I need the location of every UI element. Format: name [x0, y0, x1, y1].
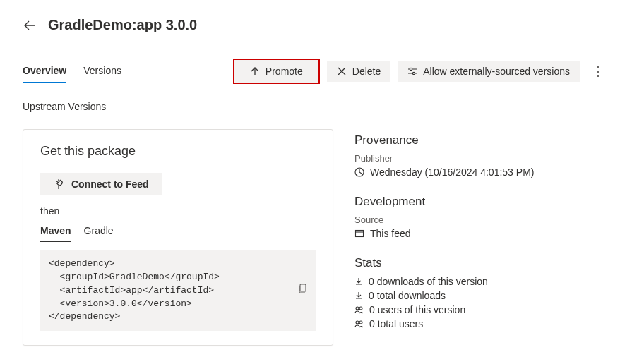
connect-label: Connect to Feed — [71, 178, 149, 190]
arrow-left-icon — [24, 20, 35, 31]
get-package-card: Get this package Connect to Feed then Ma… — [23, 129, 333, 346]
download-icon — [354, 277, 363, 286]
close-icon — [337, 66, 347, 76]
source-value: This feed — [354, 228, 609, 239]
toolbar: Overview Versions Promote Delete — [23, 59, 609, 84]
code-content: <dependency> <groupId>GradleDemo</groupI… — [49, 258, 220, 322]
source-label: Source — [354, 214, 609, 225]
allow-external-label: Allow externally-sourced versions — [423, 66, 570, 77]
svg-rect-4 — [356, 231, 364, 237]
upstream-versions-heading: Upstream Versions — [23, 101, 609, 112]
package-format-tabs: Maven Gradle — [40, 225, 316, 242]
stats-item-downloads-total: 0 total downloads — [354, 290, 609, 301]
more-button[interactable]: ⋮ — [587, 60, 609, 83]
svg-point-5 — [356, 307, 359, 310]
source-text: This feed — [370, 228, 411, 239]
more-icon: ⋮ — [592, 63, 604, 79]
feed-icon — [354, 229, 364, 238]
users-icon — [354, 305, 364, 314]
page-title: GradleDemo:app 3.0.0 — [48, 17, 197, 33]
stats-title: Stats — [354, 256, 609, 270]
tab-gradle[interactable]: Gradle — [84, 225, 114, 242]
get-package-title: Get this package — [40, 144, 316, 159]
back-button[interactable] — [23, 18, 37, 32]
action-bar: Promote Delete Allow externally-sourced … — [233, 59, 609, 84]
svg-point-0 — [410, 68, 412, 70]
stats-text: 0 users of this version — [369, 304, 465, 315]
tab-overview[interactable]: Overview — [23, 59, 66, 83]
development-title: Development — [354, 195, 609, 209]
stats-text: 0 total downloads — [369, 290, 446, 301]
dependency-code: <dependency> <groupId>GradleDemo</groupI… — [40, 250, 316, 331]
svg-point-1 — [413, 72, 415, 74]
copy-button[interactable] — [297, 256, 310, 269]
side-panel: Provenance Publisher Wednesday (10/16/20… — [354, 129, 609, 346]
page-header: GradleDemo:app 3.0.0 — [23, 17, 609, 33]
stats-item-downloads-version: 0 downloads of this version — [354, 276, 609, 287]
svg-point-7 — [356, 321, 359, 324]
stats-text: 0 total users — [369, 318, 423, 329]
development-section: Development Source This feed — [354, 195, 609, 239]
main-tabs: Overview Versions — [23, 59, 121, 83]
publisher-value: Wednesday (10/16/2024 4:01:53 PM) — [354, 166, 609, 178]
provenance-title: Provenance — [354, 133, 609, 147]
promote-label: Promote — [266, 66, 303, 77]
stats-item-users-total: 0 total users — [354, 318, 609, 329]
delete-button[interactable]: Delete — [327, 61, 390, 82]
connect-to-feed-button[interactable]: Connect to Feed — [40, 173, 162, 195]
download-icon — [354, 291, 363, 300]
publisher-label: Publisher — [354, 153, 609, 164]
stats-list: 0 downloads of this version 0 total down… — [354, 276, 609, 329]
users-icon — [354, 320, 364, 328]
then-text: then — [40, 205, 316, 217]
allow-external-button[interactable]: Allow externally-sourced versions — [398, 61, 580, 82]
tab-maven[interactable]: Maven — [40, 225, 71, 242]
tab-versions[interactable]: Versions — [83, 59, 121, 83]
content-columns: Get this package Connect to Feed then Ma… — [23, 129, 609, 346]
promote-button[interactable]: Promote — [233, 59, 320, 84]
stats-item-users-version: 0 users of this version — [354, 304, 609, 315]
plug-icon — [53, 178, 64, 190]
stats-text: 0 downloads of this version — [369, 276, 488, 287]
delete-label: Delete — [352, 66, 381, 77]
sliders-icon — [407, 66, 417, 76]
svg-rect-2 — [300, 284, 306, 291]
publish-date: Wednesday (10/16/2024 4:01:53 PM) — [370, 166, 534, 178]
svg-point-8 — [359, 321, 362, 324]
arrow-up-icon — [250, 66, 260, 76]
svg-point-6 — [359, 307, 362, 310]
clock-icon — [354, 167, 364, 177]
copy-icon — [297, 283, 309, 294]
stats-section: Stats 0 downloads of this version 0 tota… — [354, 256, 609, 329]
provenance-section: Provenance Publisher Wednesday (10/16/20… — [354, 133, 609, 178]
